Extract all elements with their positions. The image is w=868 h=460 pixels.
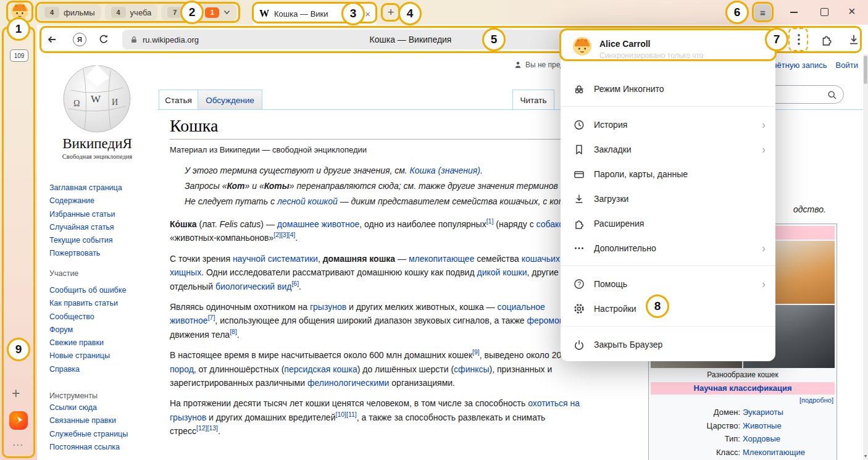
nav-community[interactable]: Сообщество bbox=[49, 311, 154, 324]
chevron-right-icon: › bbox=[762, 278, 766, 290]
menu-item-label: Настройки bbox=[594, 304, 766, 314]
callout-5: 5 bbox=[482, 28, 506, 51]
menu-item-more[interactable]: Дополнительно › bbox=[561, 236, 775, 261]
tab-group-films[interactable]: 4 фильмы bbox=[38, 4, 101, 20]
nav-what-links-here[interactable]: Ссылки сюда bbox=[49, 401, 154, 414]
nav-new-pages[interactable]: Новые страницы bbox=[49, 349, 154, 362]
details-link[interactable]: [подробно] bbox=[799, 396, 833, 404]
menu-item-label: Загрузки bbox=[594, 194, 766, 204]
menu-separator bbox=[561, 106, 775, 107]
callout-7: 7 bbox=[765, 28, 788, 51]
tab-group-count: 4 bbox=[44, 7, 59, 18]
taxonomy-rows: Домен: Эукариоты Царство: Животные Тип: … bbox=[651, 406, 835, 459]
page-scrollbar[interactable] bbox=[863, 54, 868, 460]
browser-menu-button[interactable]: ≡ bbox=[754, 4, 771, 20]
menu-item-history[interactable]: История › bbox=[561, 112, 775, 137]
taxo-value[interactable]: Хордовые bbox=[743, 432, 835, 446]
new-tab-button[interactable]: + bbox=[383, 4, 399, 20]
tab-groups: 4 фильмы 4 учеба 7 раб 1 bbox=[38, 4, 240, 20]
yandex-button[interactable]: Я bbox=[73, 33, 86, 46]
nav-report-error[interactable]: Сообщить об ошибке bbox=[49, 284, 154, 297]
article-paragraph: На протяжении десяти тысяч лет кошки цен… bbox=[170, 396, 640, 438]
hatnote-fragment: одство. bbox=[793, 204, 826, 214]
yandex-browser-logo[interactable] bbox=[9, 411, 28, 430]
sci-classification-header[interactable]: Научная классификация bbox=[651, 382, 835, 395]
taxo-label: Класс: bbox=[651, 446, 743, 459]
bookmarks-icon bbox=[573, 143, 585, 156]
wiki-nav-main: Заглавная страница Содержание Избранные … bbox=[49, 182, 154, 261]
svg-text:W: W bbox=[91, 93, 101, 105]
nav-related-changes[interactable]: Связанные правки bbox=[49, 414, 154, 427]
chevron-right-icon: › bbox=[762, 144, 766, 155]
nav-special-pages[interactable]: Служебные страницы bbox=[49, 428, 154, 441]
wikipedia-wordmark: ВикипедиЯ bbox=[37, 136, 157, 152]
wikipedia-globe-logo[interactable]: W Ω И bbox=[60, 61, 134, 135]
nav-contents[interactable]: Содержание bbox=[49, 194, 154, 207]
menu-separator bbox=[561, 326, 775, 327]
menu-item-help[interactable]: ? Помощь › bbox=[561, 272, 775, 296]
tab-group-study[interactable]: 4 учеба bbox=[105, 4, 158, 20]
taxo-value[interactable]: Эукариоты bbox=[743, 406, 835, 419]
taxo-value[interactable]: Млекопитающие bbox=[743, 446, 835, 459]
menu-item-label: Закрыть Браузер bbox=[594, 340, 766, 349]
browser-window: 4 фильмы 4 учеба 7 раб 1 W Кошка — Вики … bbox=[0, 0, 868, 460]
callout-8: 8 bbox=[646, 295, 669, 318]
sidebar-add-tab-button[interactable]: + bbox=[12, 385, 20, 402]
history-icon bbox=[573, 119, 585, 131]
scrollbar-thumb[interactable] bbox=[864, 56, 867, 84]
nav-how-to-edit[interactable]: Как править статьи bbox=[49, 297, 154, 310]
nav-donate[interactable]: Пожертвовать bbox=[49, 247, 154, 260]
nav-recent-changes[interactable]: Свежие правки bbox=[49, 337, 154, 349]
tab-group-label: учеба bbox=[130, 8, 152, 17]
tab-counter-badge[interactable]: 109 bbox=[10, 49, 28, 62]
callout-4: 4 bbox=[398, 2, 422, 25]
window-maximize-button[interactable] bbox=[820, 8, 828, 16]
callout-9: 9 bbox=[7, 338, 30, 361]
power-icon bbox=[573, 338, 585, 351]
menu-account-header[interactable]: Alice Carroll Синхронизировано только чт… bbox=[561, 30, 775, 64]
wikipedia-favicon: W bbox=[259, 8, 269, 19]
kebab-menu-icon[interactable] bbox=[794, 33, 804, 46]
tab-read[interactable]: Читать bbox=[512, 90, 554, 110]
extensions-icon bbox=[573, 217, 585, 230]
login-link[interactable]: Войти bbox=[836, 61, 858, 70]
nav-main-page[interactable]: Заглавная страница bbox=[49, 182, 154, 194]
downloads-icon bbox=[573, 193, 585, 205]
close-tab-icon[interactable]: × bbox=[365, 9, 370, 19]
nav-random[interactable]: Случайная статья bbox=[49, 221, 154, 234]
back-icon[interactable] bbox=[46, 33, 58, 46]
tab-article[interactable]: Статья bbox=[159, 90, 198, 110]
person-icon bbox=[514, 61, 522, 69]
nav-header-tools: Инструменты bbox=[49, 391, 98, 400]
taxo-value[interactable]: Животные bbox=[743, 419, 835, 433]
menu-item-incognito[interactable]: Режим Инкогнито bbox=[561, 77, 775, 101]
search-icon[interactable] bbox=[827, 90, 838, 101]
account-name: Alice Carroll bbox=[599, 39, 703, 49]
taxo-label: Царство: bbox=[651, 419, 743, 433]
menu-item-close-browser[interactable]: Закрыть Браузер bbox=[561, 332, 775, 357]
window-close-button[interactable]: × bbox=[848, 4, 856, 19]
downloads-toolbar-icon[interactable] bbox=[847, 33, 861, 46]
nav-permanent-link[interactable]: Постоянная ссылка bbox=[49, 441, 154, 454]
tab-talk[interactable]: Обсуждение bbox=[198, 90, 262, 110]
wiki-nav-tools: Ссылки сюда Связанные правки Служебные с… bbox=[49, 401, 154, 454]
nav-forum[interactable]: Форум bbox=[49, 324, 154, 337]
nav-current-events[interactable]: Текущие события bbox=[49, 234, 154, 247]
chevron-down-icon[interactable] bbox=[223, 10, 230, 15]
extensions-toolbar-icon[interactable] bbox=[820, 33, 833, 46]
nav-help[interactable]: Справка bbox=[49, 363, 154, 376]
menu-item-passwords[interactable]: Пароли, карты, данные bbox=[561, 162, 775, 186]
menu-item-label: Закладки bbox=[594, 144, 762, 154]
sidebar-more-button[interactable]: ⋯ bbox=[12, 438, 23, 451]
refresh-icon[interactable] bbox=[98, 33, 110, 46]
menu-item-extensions[interactable]: Расширения bbox=[561, 211, 775, 236]
menu-item-downloads[interactable]: Загрузки bbox=[561, 186, 775, 211]
tab-group-count: 4 bbox=[111, 7, 126, 18]
window-minimize-button[interactable] bbox=[790, 12, 798, 13]
svg-text:Ω: Ω bbox=[73, 99, 80, 108]
menu-item-bookmarks[interactable]: Закладки › bbox=[561, 137, 775, 162]
callout-3: 3 bbox=[341, 2, 365, 25]
svg-text:?: ? bbox=[578, 281, 582, 288]
nav-featured[interactable]: Избранные статьи bbox=[49, 208, 154, 221]
scrollbar-down-arrow[interactable]: ▼ bbox=[863, 454, 868, 458]
